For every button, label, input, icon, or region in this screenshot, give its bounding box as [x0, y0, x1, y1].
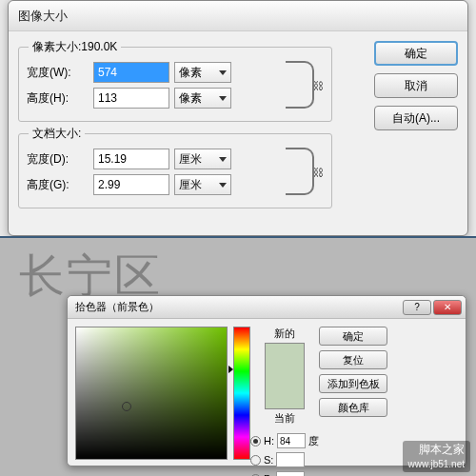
height-g-input[interactable] [93, 174, 169, 195]
help-button[interactable]: ? [403, 300, 431, 315]
auto-button[interactable]: 自动(A)... [374, 106, 458, 130]
color-library-button[interactable]: 颜色库 [319, 398, 387, 417]
ok-button[interactable]: 确定 [319, 327, 387, 346]
hue-slider[interactable] [233, 327, 250, 460]
ok-button[interactable]: 确定 [374, 41, 458, 66]
height-unit-dropdown[interactable]: 像素 [174, 88, 231, 109]
chevron-down-icon [219, 70, 227, 75]
image-size-dialog: 图像大小 像素大小:190.0K 宽度(W): 像素 高度(H): 像素 [8, 0, 468, 236]
height-input[interactable] [93, 88, 169, 109]
s-input[interactable] [276, 452, 305, 467]
saturation-brightness-field[interactable] [75, 327, 228, 460]
height-g-unit-dropdown[interactable]: 厘米 [174, 174, 231, 195]
h-radio[interactable] [250, 436, 261, 446]
width-unit-dropdown[interactable]: 像素 [174, 62, 231, 83]
b-input[interactable] [276, 471, 305, 476]
link-bracket [286, 61, 314, 109]
chevron-down-icon [219, 96, 227, 101]
width-label: 宽度(W): [27, 65, 89, 81]
new-swatch [266, 344, 304, 376]
chevron-down-icon [219, 183, 227, 188]
link-bracket [286, 148, 314, 195]
picker-cursor-icon [122, 402, 131, 411]
width-d-unit-dropdown[interactable]: 厘米 [174, 149, 231, 169]
reset-button[interactable]: 复位 [319, 350, 387, 369]
h-input[interactable] [277, 433, 306, 448]
width-d-input[interactable] [93, 149, 169, 169]
width-d-label: 宽度(D): [27, 151, 89, 168]
color-preview [265, 343, 305, 409]
doc-size-label: 文档大小: [29, 126, 85, 142]
link-icon[interactable]: ⛓ [313, 80, 324, 91]
s-radio[interactable] [250, 455, 261, 466]
link-icon[interactable]: ⛓ [313, 167, 324, 178]
watermark: 脚本之家 www.jb51.net [403, 441, 470, 472]
chevron-down-icon [219, 157, 227, 162]
dialog-title: 拾色器（前景色） [75, 300, 159, 314]
current-color-label: 当前 [274, 411, 295, 426]
height-g-label: 高度(G): [27, 177, 89, 193]
height-label: 高度(H): [27, 90, 89, 107]
add-swatch-button[interactable]: 添加到色板 [319, 374, 387, 393]
dialog-title: 图像大小 [9, 1, 467, 31]
new-color-label: 新的 [274, 327, 295, 341]
pixel-size-label: 像素大小:190.0K [29, 39, 121, 55]
close-button[interactable]: ✕ [433, 300, 462, 315]
cancel-button[interactable]: 取消 [374, 73, 458, 98]
current-swatch [266, 376, 304, 408]
document-size-group: 文档大小: 宽度(D): 厘米 高度(G): 厘米 ⛓ [18, 133, 332, 208]
pixel-size-group: 像素大小:190.0K 宽度(W): 像素 高度(H): 像素 ⛓ [18, 47, 332, 122]
width-input[interactable] [93, 62, 169, 83]
hue-pointer-icon [228, 366, 233, 373]
